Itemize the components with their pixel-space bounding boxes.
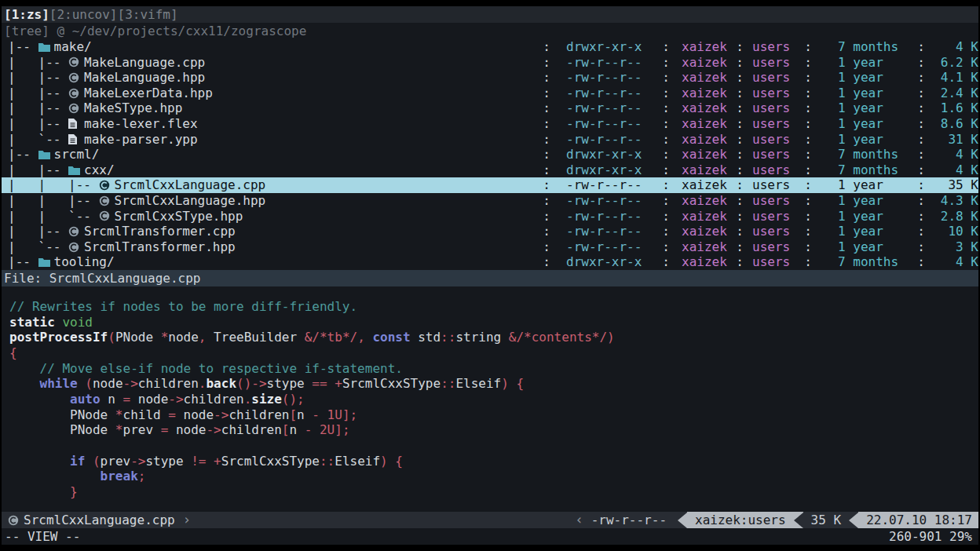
column-separator: : (541, 55, 552, 71)
tree-row[interactable]: | |-- cxx/:drwxr-xr-x:xaizek:users:7 mon… (2, 162, 978, 178)
tmux-window-zs[interactable]: [1:zs] (4, 7, 49, 22)
col-permissions: -rw-r--r-- (566, 224, 642, 239)
col-owner: xaizek (682, 254, 727, 270)
col-size: 4 K (927, 254, 978, 270)
file-name: SrcmlTransformer.cpp (84, 224, 541, 239)
code-line: } (9, 484, 978, 500)
code-line: PNode *prev = node->children[n - 2U]; (9, 422, 978, 438)
command-line: -- VIEW -- 260-901 29% (2, 528, 978, 545)
tree-row[interactable]: | | `-- SrcmlCxxSType.hpp:-rw-r--r--:xai… (2, 209, 978, 224)
statusline-owner-group: xaizek:users (687, 512, 794, 528)
tree-row[interactable]: |-- make/:drwxr-xr-x:xaizek:users:7 mont… (2, 39, 978, 55)
col-group: users (752, 162, 790, 178)
tree-row[interactable]: | `-- SrcmlTransformer.hpp:-rw-r--r--:xa… (2, 239, 978, 255)
column-separator: : (734, 239, 745, 255)
cpp-icon (99, 180, 115, 191)
tree-branch: | | |-- (8, 177, 99, 193)
tree-row[interactable]: | | |-- SrcmlCxxLanguage.cpp:-rw-r--r--:… (2, 177, 978, 193)
column-separator: : (660, 224, 671, 239)
col-age: 7 months (838, 254, 898, 270)
tree-row[interactable]: | |-- MakeLanguage.hpp:-rw-r--r--:xaizek… (2, 70, 978, 86)
tmux-window-uncov[interactable]: [2:uncov] (49, 7, 118, 22)
column-separator: : (541, 224, 552, 239)
file-name: MakeLanguage.cpp (84, 55, 541, 71)
tree-row[interactable]: | |-- MakeLanguage.cpp:-rw-r--r--:xaizek… (2, 55, 978, 71)
code-line: // Rewrites if nodes to be more diff-fri… (9, 299, 978, 315)
cpp-icon (68, 242, 84, 253)
column-separator: : (660, 116, 671, 132)
col-owner: xaizek (682, 177, 727, 193)
column-separator: : (803, 209, 814, 224)
col-age: 1 year (838, 224, 898, 239)
tree-row[interactable]: |-- tooling/:drwxr-xr-x:xaizek:users:7 m… (2, 254, 978, 270)
col-permissions: -rw-r--r-- (566, 55, 642, 71)
col-permissions: drwxr-xr-x (566, 254, 642, 270)
column-separator: : (803, 86, 814, 101)
tree-branch: | `-- (8, 239, 68, 255)
powerline-separator-icon (849, 513, 858, 528)
col-permissions: -rw-r--r-- (566, 209, 642, 224)
tree-row[interactable]: | | |-- SrcmlCxxLanguage.hpp:-rw-r--r--:… (2, 193, 978, 209)
column-separator: : (803, 55, 814, 71)
tmux-window-vifm[interactable]: [3:vifm] (118, 7, 178, 22)
tree-row[interactable]: | `-- make-parser.ypp:-rw-r--r--:xaizek:… (2, 132, 978, 148)
column-separator: : (916, 100, 927, 116)
col-size: 8.6 K (927, 116, 978, 132)
column-separator: : (734, 55, 745, 71)
col-owner: xaizek (682, 224, 727, 239)
column-separator: : (660, 70, 671, 86)
col-size: 4.3 K (927, 193, 978, 209)
column-separator: : (916, 224, 927, 239)
tree-row[interactable]: | |-- MakeSType.hpp:-rw-r--r--:xaizek:us… (2, 100, 978, 116)
col-age: 1 year (838, 55, 898, 71)
code-line: // Move else-if node to respective if-st… (9, 361, 978, 377)
column-separator: : (541, 70, 552, 86)
col-size: 31 K (927, 132, 978, 148)
column-separator: : (541, 239, 552, 255)
column-separator: : (916, 177, 927, 193)
tree-row[interactable]: |-- srcml/:drwxr-xr-x:xaizek:users:7 mon… (2, 147, 978, 162)
column-separator: : (734, 116, 745, 132)
file-name: MakeSType.hpp (84, 100, 541, 116)
column-separator: : (734, 132, 745, 148)
preview-header: File: SrcmlCxxLanguage.cpp (2, 270, 978, 286)
cpp-icon (68, 226, 84, 237)
tmux-status-bar: [1:zs][2:uncov][3:vifm] (2, 6, 978, 23)
file-name: tooling/ (54, 254, 541, 270)
tree-row[interactable]: | |-- make-lexer.flex:-rw-r--r--:xaizek:… (2, 116, 978, 132)
column-separator: : (541, 177, 552, 193)
code-line: break; (9, 469, 978, 484)
col-age: 7 months (838, 162, 898, 178)
column-separator: : (916, 147, 927, 162)
col-group: users (752, 147, 790, 162)
col-owner: xaizek (682, 86, 727, 101)
doc-icon (68, 119, 84, 129)
doc-icon (68, 134, 84, 144)
col-size: 4 K (927, 39, 978, 55)
col-owner: xaizek (682, 162, 727, 178)
column-separator: : (541, 100, 552, 116)
file-name: SrcmlCxxLanguage.cpp (115, 177, 541, 193)
col-owner: xaizek (682, 132, 727, 148)
code-line: while (node->children.back()->stype == +… (9, 376, 978, 392)
column-separator: : (734, 147, 745, 162)
statusline-mtime: 22.07.10 18:17 (858, 512, 978, 528)
column-separator: : (916, 55, 927, 71)
column-separator: : (660, 177, 671, 193)
column-separator: : (660, 39, 671, 55)
column-separator: : (541, 132, 552, 148)
col-owner: xaizek (682, 116, 727, 132)
cpp-icon (2, 512, 24, 528)
tree-branch: |-- (8, 254, 38, 270)
column-separator: : (734, 100, 745, 116)
col-size: 2.4 K (927, 86, 978, 101)
col-group: users (752, 70, 790, 86)
tree-branch: | |-- (8, 224, 68, 239)
col-group: users (752, 254, 790, 270)
tree-row[interactable]: | |-- MakeLexerData.hpp:-rw-r--r--:xaize… (2, 86, 978, 101)
tree-row[interactable]: | |-- SrcmlTransformer.cpp:-rw-r--r--:xa… (2, 224, 978, 239)
column-separator: : (916, 39, 927, 55)
code-line: static void (9, 315, 978, 330)
tree-branch: |-- (8, 39, 38, 55)
column-separator: : (541, 254, 552, 270)
